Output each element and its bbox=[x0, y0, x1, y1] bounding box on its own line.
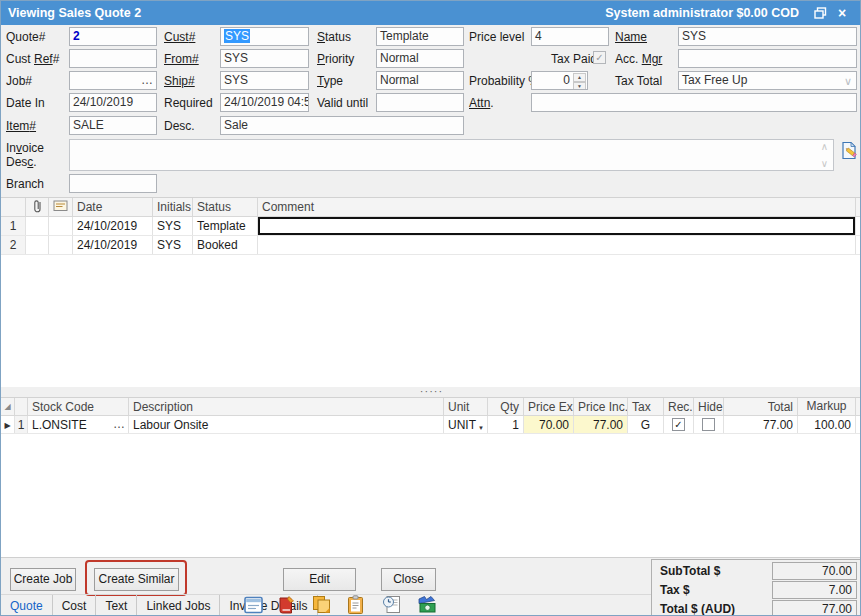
history-header-rowhead[interactable] bbox=[1, 198, 26, 217]
price-ex-cell[interactable]: 70.00 bbox=[524, 416, 574, 433]
spin-down-icon[interactable]: ▼ bbox=[573, 82, 586, 90]
cust-label[interactable]: Cust# bbox=[164, 30, 195, 45]
clipboard-glyph bbox=[347, 595, 364, 615]
priority-field[interactable]: Normal bbox=[376, 49, 464, 68]
invoice-desc-textarea[interactable] bbox=[69, 139, 834, 171]
items-header-stock-code[interactable]: Stock Code bbox=[28, 398, 129, 416]
cust-ref-field[interactable] bbox=[69, 49, 157, 68]
tab-invoice-details[interactable]: Invoice Details bbox=[220, 595, 317, 616]
acc-mgr-label[interactable]: Acc. Mgr bbox=[615, 52, 662, 67]
stock-browse-button[interactable]: … bbox=[113, 416, 126, 432]
acc-mgr-field[interactable] bbox=[678, 49, 857, 68]
close-icon[interactable]: × bbox=[831, 2, 853, 24]
restore-icon[interactable] bbox=[809, 2, 831, 24]
history-header-status[interactable]: Status bbox=[193, 198, 258, 217]
items-header-price-ex[interactable]: Price Ex. bbox=[524, 398, 574, 416]
item-label[interactable]: Item# bbox=[6, 119, 36, 134]
name-field[interactable]: SYS bbox=[678, 27, 857, 46]
job-field[interactable]: … bbox=[69, 71, 157, 90]
hide-cell[interactable] bbox=[694, 416, 724, 433]
tax-cell[interactable]: G bbox=[628, 416, 664, 433]
create-similar-button[interactable]: Create Similar bbox=[94, 568, 179, 591]
scroll-down-icon[interactable]: ∨ bbox=[817, 158, 832, 169]
status-field[interactable]: Template bbox=[376, 27, 464, 46]
history-header-initials[interactable]: Initials bbox=[153, 198, 193, 217]
chevron-down-icon[interactable]: ∨ bbox=[844, 74, 852, 89]
from-label[interactable]: From# bbox=[164, 52, 199, 67]
quote-number-field[interactable]: 2 bbox=[69, 27, 157, 46]
edit-note-icon[interactable] bbox=[840, 141, 858, 163]
attn-field[interactable] bbox=[531, 93, 857, 112]
create-job-button[interactable]: Create Job bbox=[10, 568, 76, 591]
edit-button[interactable]: Edit bbox=[283, 568, 356, 591]
items-header-hide[interactable]: Hide bbox=[694, 398, 724, 416]
splitter-handle[interactable]: ····· bbox=[1, 387, 861, 397]
rec-cell[interactable]: ✓ bbox=[664, 416, 694, 433]
from-field[interactable]: SYS bbox=[220, 49, 309, 68]
cust-field[interactable]: SYS bbox=[220, 27, 309, 46]
items-header-unit[interactable]: Unit bbox=[444, 398, 488, 416]
branch-field[interactable] bbox=[69, 174, 157, 193]
red-book-icon[interactable] bbox=[277, 595, 295, 616]
tax-total-dropdown[interactable]: Tax Free Up∨ bbox=[678, 71, 857, 90]
history-row[interactable]: 1 24/10/2019 SYS Template bbox=[1, 217, 861, 236]
type-field[interactable]: Normal bbox=[376, 71, 464, 90]
unit-dropdown[interactable]: UNIT▼ bbox=[444, 416, 488, 433]
tax-paid-checkbox[interactable]: ✓ bbox=[593, 51, 606, 64]
markup-cell[interactable]: 100.00 bbox=[798, 416, 856, 433]
date-in-field[interactable]: 24/10/2019 bbox=[69, 93, 157, 112]
history-icon[interactable] bbox=[382, 595, 401, 616]
history-row[interactable]: 2 24/10/2019 SYS Booked bbox=[1, 236, 861, 255]
history-header-date[interactable]: Date bbox=[73, 198, 153, 217]
copy-glyph bbox=[312, 595, 331, 614]
items-header-rowhead[interactable] bbox=[15, 398, 28, 416]
price-inc-cell[interactable]: 77.00 bbox=[574, 416, 628, 433]
comment-cell[interactable] bbox=[258, 236, 856, 254]
copy-icon[interactable] bbox=[312, 595, 331, 616]
invoice-desc-scroll[interactable]: ∧ ∨ bbox=[817, 141, 832, 169]
form-report-icon[interactable] bbox=[244, 596, 263, 616]
comment-cell-focused[interactable] bbox=[258, 217, 856, 235]
item-row[interactable]: ▶ 1 L.ONSITE… Labour Onsite UNIT▼ 1 70.0… bbox=[1, 416, 861, 434]
item-field[interactable]: SALE bbox=[69, 116, 157, 135]
ship-label[interactable]: Ship# bbox=[164, 74, 195, 89]
items-header-rec[interactable]: Rec. bbox=[664, 398, 694, 416]
required-field[interactable]: 24/10/2019 04:53 bbox=[220, 93, 309, 112]
qty-cell[interactable]: 1 bbox=[488, 416, 524, 433]
ship-field[interactable]: SYS bbox=[220, 71, 309, 90]
spin-up-icon[interactable]: ▲ bbox=[573, 73, 586, 82]
note-icon bbox=[53, 200, 68, 212]
tab-linked-jobs[interactable]: Linked Jobs bbox=[137, 595, 220, 616]
probability-spinner[interactable]: ▲▼ bbox=[573, 73, 586, 88]
description-cell[interactable]: Labour Onsite bbox=[129, 416, 444, 433]
clipboard-icon[interactable] bbox=[347, 595, 364, 616]
scroll-up-icon[interactable]: ∧ bbox=[817, 141, 832, 152]
hide-checkbox[interactable] bbox=[702, 418, 715, 431]
items-header-description[interactable]: Description bbox=[129, 398, 444, 416]
tab-cost[interactable]: Cost bbox=[53, 595, 97, 616]
items-header-price-inc[interactable]: Price Inc. bbox=[574, 398, 628, 416]
probability-field[interactable]: 0 ▲▼ bbox=[531, 71, 588, 90]
name-label[interactable]: Name bbox=[615, 30, 647, 45]
items-header-tax[interactable]: Tax bbox=[628, 398, 664, 416]
job-browse-button[interactable]: … bbox=[141, 73, 154, 88]
items-header-qty[interactable]: Qty bbox=[488, 398, 524, 416]
tab-text[interactable]: Text bbox=[96, 595, 137, 616]
history-header-comment[interactable]: Comment bbox=[258, 198, 856, 217]
close-button[interactable]: Close bbox=[381, 568, 436, 591]
items-grid: ◢ Stock Code Description Unit Qty Price … bbox=[1, 397, 861, 557]
note-column-header[interactable] bbox=[49, 198, 73, 217]
stock-code-cell[interactable]: L.ONSITE… bbox=[28, 416, 129, 433]
attachment-column-header[interactable] bbox=[26, 198, 49, 217]
items-header-total[interactable]: Total bbox=[724, 398, 798, 416]
money-icon[interactable] bbox=[417, 595, 437, 616]
valid-until-field[interactable] bbox=[376, 93, 464, 112]
items-header-markup[interactable]: Markup% bbox=[798, 398, 856, 416]
rec-checkbox[interactable]: ✓ bbox=[672, 418, 685, 431]
combo-arrow-icon[interactable]: ▼ bbox=[478, 420, 484, 433]
price-level-field[interactable]: 4 bbox=[531, 27, 609, 46]
tab-quote[interactable]: Quote bbox=[1, 595, 53, 616]
select-all-icon[interactable]: ◢ bbox=[1, 398, 15, 416]
user-status: System administrator $0.00 COD bbox=[605, 6, 799, 20]
desc-field[interactable]: Sale bbox=[220, 116, 464, 135]
